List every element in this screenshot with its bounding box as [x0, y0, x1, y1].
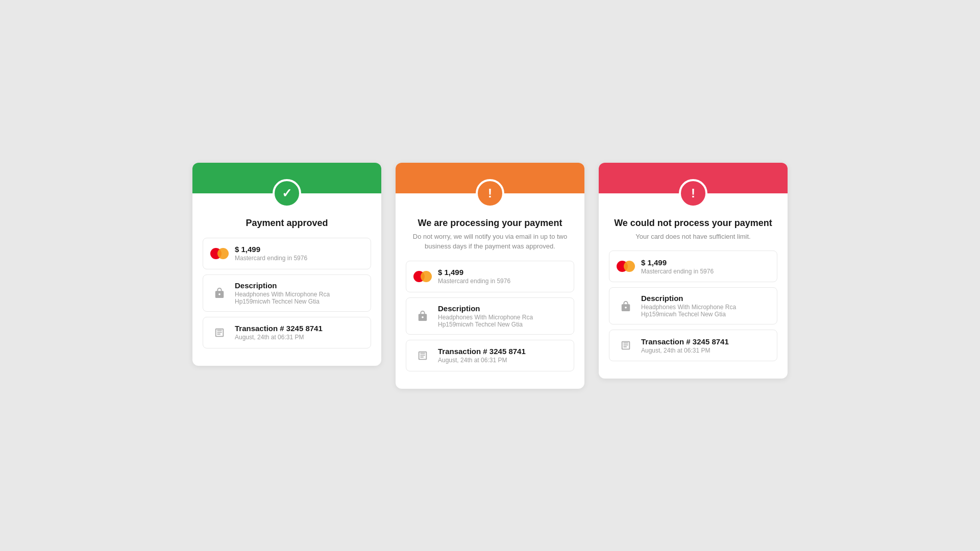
processing-amount: $ 1,499 [438, 268, 510, 277]
mastercard-icon [210, 244, 229, 263]
failed-amount: $ 1,499 [641, 258, 714, 267]
receipt-icon [210, 323, 229, 342]
failed-transaction-info: Transaction # 3245 8741 August, 24th at … [641, 337, 729, 354]
processing-description-row: Description Headphones With Microphone R… [406, 297, 574, 335]
failed-desc-title: Description [641, 294, 770, 303]
card-body-failed: We could not process your payment Your c… [599, 193, 788, 379]
failed-desc-text: Headphones With Microphone Rca Hp159micw… [641, 304, 770, 318]
processing-transaction-info: Transaction # 3245 8741 August, 24th at … [438, 347, 526, 364]
processing-trans-date: August, 24th at 06:31 PM [438, 357, 526, 364]
processing-trans-title: Transaction # 3245 8741 [438, 347, 526, 356]
approved-payment-row: $ 1,499 Mastercard ending in 5976 [203, 238, 371, 269]
approved-transaction-info: Transaction # 3245 8741 August, 24th at … [235, 324, 323, 341]
approved-trans-date: August, 24th at 06:31 PM [235, 334, 323, 341]
card-failed: We could not process your payment Your c… [599, 163, 788, 379]
approved-description-info: Description Headphones With Microphone R… [235, 281, 363, 305]
failed-subtitle: Your card does not have sufficient limit… [609, 232, 777, 242]
processing-card-label: Mastercard ending in 5976 [438, 278, 510, 285]
approved-desc-text: Headphones With Microphone Rca Hp159micw… [235, 291, 363, 305]
processing-transaction-row: Transaction # 3245 8741 August, 24th at … [406, 340, 574, 371]
cards-container: Payment approved $ 1,499 Mastercard endi… [192, 163, 788, 389]
mastercard-icon-2 [413, 267, 432, 286]
card-approved: Payment approved $ 1,499 Mastercard endi… [192, 163, 381, 366]
failed-description-info: Description Headphones With Microphone R… [641, 294, 770, 318]
approved-payment-info: $ 1,499 Mastercard ending in 5976 [235, 245, 307, 262]
card-header-processing [396, 163, 584, 193]
processing-desc-text: Headphones With Microphone Rca Hp159micw… [438, 314, 567, 328]
card-processing: We are processing your payment Do not wo… [396, 163, 584, 389]
processing-title: We are processing your payment [406, 218, 574, 229]
receipt-icon-3 [617, 336, 635, 355]
failed-icon [679, 179, 707, 208]
lock-icon-3 [617, 297, 635, 315]
failed-payment-info: $ 1,499 Mastercard ending in 5976 [641, 258, 714, 275]
approved-title: Payment approved [203, 218, 371, 229]
approved-trans-title: Transaction # 3245 8741 [235, 324, 323, 333]
mastercard-icon-3 [617, 257, 635, 276]
card-header-approved [192, 163, 381, 193]
lock-icon-2 [413, 307, 432, 325]
processing-subtitle: Do not worry, we will notify you via ema… [406, 232, 574, 252]
processing-payment-row: $ 1,499 Mastercard ending in 5976 [406, 261, 574, 292]
approved-icon [273, 179, 301, 208]
card-body-approved: Payment approved $ 1,499 Mastercard endi… [192, 193, 381, 366]
failed-trans-title: Transaction # 3245 8741 [641, 337, 729, 346]
failed-transaction-row: Transaction # 3245 8741 August, 24th at … [609, 330, 777, 361]
approved-amount: $ 1,499 [235, 245, 307, 254]
lock-icon [210, 284, 229, 302]
failed-payment-row: $ 1,499 Mastercard ending in 5976 [609, 251, 777, 282]
approved-transaction-row: Transaction # 3245 8741 August, 24th at … [203, 317, 371, 348]
failed-trans-date: August, 24th at 06:31 PM [641, 347, 729, 354]
failed-card-label: Mastercard ending in 5976 [641, 268, 714, 275]
approved-card-label: Mastercard ending in 5976 [235, 255, 307, 262]
approved-description-row: Description Headphones With Microphone R… [203, 274, 371, 312]
receipt-icon-2 [413, 346, 432, 365]
approved-desc-title: Description [235, 281, 363, 290]
processing-payment-info: $ 1,499 Mastercard ending in 5976 [438, 268, 510, 285]
processing-desc-title: Description [438, 304, 567, 313]
card-header-failed [599, 163, 788, 193]
processing-icon [476, 179, 504, 208]
failed-title: We could not process your payment [609, 218, 777, 229]
card-body-processing: We are processing your payment Do not wo… [396, 193, 584, 389]
processing-description-info: Description Headphones With Microphone R… [438, 304, 567, 328]
failed-description-row: Description Headphones With Microphone R… [609, 287, 777, 324]
